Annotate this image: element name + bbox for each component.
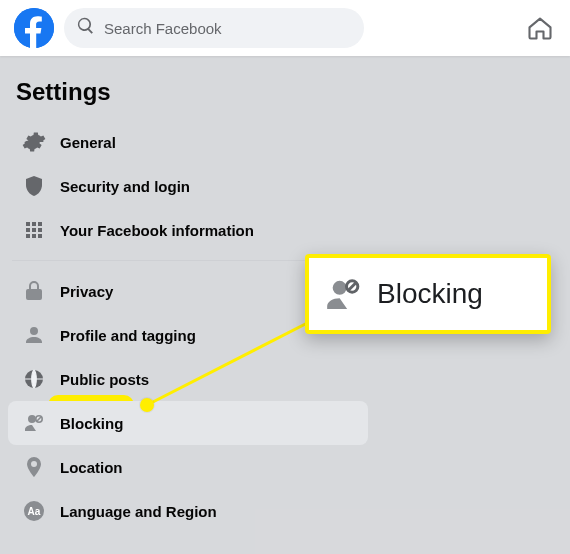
facebook-logo-icon: [14, 8, 54, 48]
menu-label: Language and Region: [60, 503, 217, 520]
svg-rect-8: [32, 234, 36, 238]
home-icon[interactable]: [526, 14, 554, 42]
svg-rect-7: [26, 234, 30, 238]
svg-rect-6: [38, 228, 42, 232]
window: Settings General Security and login Your…: [0, 0, 570, 554]
search-input[interactable]: [104, 20, 352, 37]
menu-label: Profile and tagging: [60, 327, 196, 344]
svg-rect-5: [32, 228, 36, 232]
globe-icon: [16, 361, 52, 397]
facebook-logo[interactable]: [14, 8, 54, 48]
person-icon: [16, 317, 52, 353]
menu-label: Location: [60, 459, 123, 476]
svg-text:Aa: Aa: [28, 506, 41, 517]
menu-item-security[interactable]: Security and login: [8, 164, 368, 208]
svg-rect-4: [26, 228, 30, 232]
menu-item-public-posts[interactable]: Public posts: [8, 357, 368, 401]
svg-line-12: [37, 417, 41, 421]
menu-label: General: [60, 134, 116, 151]
svg-rect-2: [32, 222, 36, 226]
lock-icon: [16, 273, 52, 309]
grid-icon: [16, 212, 52, 248]
menu-item-location[interactable]: Location: [8, 445, 368, 489]
svg-rect-3: [38, 222, 42, 226]
person-blocked-icon: [16, 405, 52, 441]
search-box[interactable]: [64, 8, 364, 48]
shield-icon: [16, 168, 52, 204]
page-title: Settings: [16, 78, 111, 106]
callout-blocking: Blocking: [305, 254, 551, 334]
menu-item-fb-info[interactable]: Your Facebook information: [8, 208, 368, 252]
menu-label: Public posts: [60, 371, 149, 388]
svg-rect-1: [26, 222, 30, 226]
menu-label: Your Facebook information: [60, 222, 254, 239]
menu-label: Security and login: [60, 178, 190, 195]
gear-icon: [16, 124, 52, 160]
svg-rect-9: [38, 234, 42, 238]
language-icon: Aa: [16, 493, 52, 529]
menu-item-blocking[interactable]: Blocking: [8, 401, 368, 445]
menu-label: Blocking: [60, 415, 123, 432]
header-bar: [0, 0, 570, 56]
callout-label: Blocking: [377, 278, 483, 310]
location-pin-icon: [16, 449, 52, 485]
svg-line-17: [348, 283, 356, 291]
search-icon: [76, 16, 96, 40]
menu-label: Privacy: [60, 283, 113, 300]
person-blocked-icon: [323, 274, 363, 314]
annotation-dot: [140, 398, 154, 412]
menu-item-general[interactable]: General: [8, 120, 368, 164]
menu-item-language[interactable]: Aa Language and Region: [8, 489, 368, 533]
